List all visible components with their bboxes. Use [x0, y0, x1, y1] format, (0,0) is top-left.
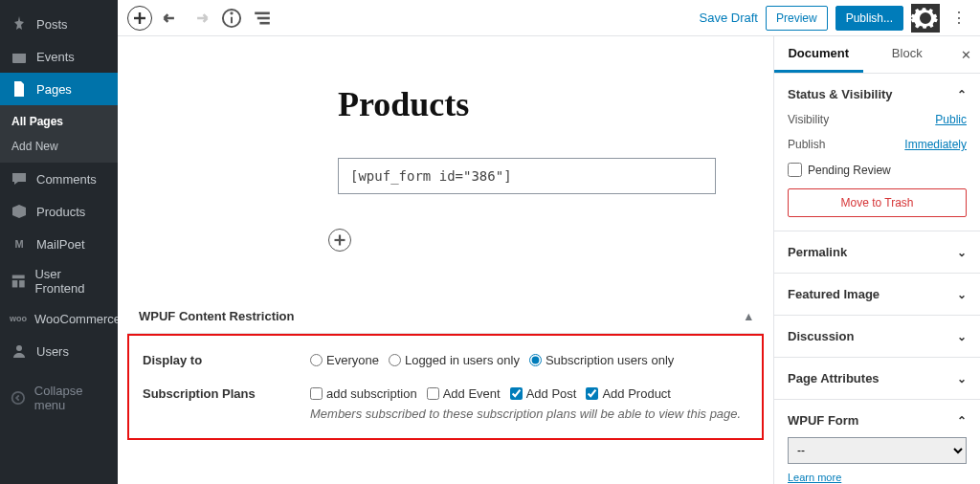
- wpuf-form-select[interactable]: --: [788, 437, 967, 464]
- admin-sidebar: Posts Events Pages All Pages Add New Com…: [0, 0, 118, 484]
- check-add-product[interactable]: Add Product: [586, 386, 671, 401]
- sidebar-item-label: MailPoet: [36, 237, 85, 252]
- tab-document[interactable]: Document: [774, 36, 863, 73]
- section-status: Status & Visibility ⌃ Visibility Public …: [774, 74, 980, 231]
- save-draft-button[interactable]: Save Draft: [700, 11, 758, 25]
- sidebar-item-label: Pages: [36, 82, 72, 97]
- section-status-toggle[interactable]: Status & Visibility ⌃: [788, 87, 967, 101]
- pending-review-checkbox[interactable]: [788, 163, 802, 177]
- metabox-title: WPUF Content Restriction: [139, 309, 295, 323]
- metabox-header[interactable]: WPUF Content Restriction ▴: [127, 299, 764, 334]
- close-icon[interactable]: ✕: [951, 36, 980, 73]
- user-icon: [10, 341, 29, 361]
- move-to-trash-button[interactable]: Move to Trash: [788, 188, 967, 217]
- svg-rect-3: [12, 280, 18, 287]
- svg-point-6: [12, 392, 24, 404]
- section-wpuf-form: WPUF Form⌃ -- Learn more: [774, 400, 980, 484]
- chevron-down-icon: ⌄: [957, 330, 967, 343]
- learn-more-link[interactable]: Learn more: [788, 472, 967, 483]
- wpuf-restriction-metabox: WPUF Content Restriction ▴ Display to Ev…: [127, 299, 764, 440]
- sidebar-submenu: All Pages Add New: [0, 105, 118, 163]
- svg-rect-1: [12, 51, 26, 54]
- comment-icon: [10, 169, 29, 188]
- redo-button: [189, 6, 213, 31]
- collapse-icon: [10, 388, 27, 407]
- settings-panel: Document Block ✕ Status & Visibility ⌃ V…: [773, 36, 980, 484]
- svg-point-11: [231, 12, 232, 13]
- svg-point-5: [16, 345, 22, 351]
- check-add-post[interactable]: Add Post: [510, 386, 577, 401]
- sidebar-item-label: WooCommerce: [34, 312, 118, 326]
- svg-rect-4: [19, 280, 25, 287]
- collapse-label: Collapse menu: [34, 384, 108, 412]
- radio-subscription[interactable]: Subscription users only: [529, 353, 674, 367]
- subscription-plans-label: Subscription Plans: [143, 386, 310, 401]
- publish-value[interactable]: Immediately: [904, 138, 967, 151]
- pending-review-label: Pending Review: [808, 164, 891, 177]
- layout-icon: [10, 272, 27, 291]
- settings-tabs: Document Block ✕: [774, 36, 980, 74]
- sidebar-collapse[interactable]: Collapse menu: [0, 377, 118, 419]
- section-page-attributes[interactable]: Page Attributes⌄: [774, 358, 980, 400]
- editor-canvas: Products [wpuf_form id="386"] WPUF Conte…: [118, 36, 773, 484]
- info-button[interactable]: [219, 6, 244, 31]
- chevron-up-icon: ⌃: [957, 414, 967, 428]
- sidebar-item-label: Comments: [36, 172, 97, 187]
- sidebar-item-user-frontend[interactable]: User Frontend: [0, 260, 118, 302]
- chevron-up-icon: ⌃: [957, 88, 967, 101]
- chevron-down-icon: ⌄: [957, 372, 967, 385]
- sidebar-item-pages[interactable]: Pages: [0, 73, 118, 105]
- visibility-value[interactable]: Public: [935, 113, 967, 126]
- sidebar-item-posts[interactable]: Posts: [0, 8, 118, 40]
- sidebar-item-mailpoet[interactable]: M MailPoet: [0, 228, 118, 260]
- calendar-icon: [10, 47, 29, 66]
- sidebar-item-label: Posts: [36, 17, 68, 32]
- visibility-label: Visibility: [788, 113, 829, 126]
- box-icon: [10, 202, 29, 221]
- sidebar-sub-all-pages[interactable]: All Pages: [0, 109, 118, 134]
- publish-button[interactable]: Publish...: [835, 6, 903, 31]
- radio-logged-in[interactable]: Logged in users only: [389, 353, 520, 367]
- section-wpuf-toggle[interactable]: WPUF Form⌃: [788, 413, 967, 428]
- m-icon: M: [10, 234, 29, 253]
- sidebar-item-comments[interactable]: Comments: [0, 163, 118, 195]
- chevron-down-icon: ⌄: [957, 288, 967, 301]
- add-block-button[interactable]: [127, 6, 152, 31]
- sidebar-item-label: Products: [36, 205, 85, 219]
- section-featured-image[interactable]: Featured Image⌄: [774, 274, 980, 316]
- settings-button[interactable]: [911, 4, 940, 33]
- sidebar-item-users[interactable]: Users: [0, 335, 118, 367]
- radio-everyone[interactable]: Everyone: [310, 353, 379, 367]
- sidebar-item-products[interactable]: Products: [0, 195, 118, 228]
- tab-block[interactable]: Block: [863, 36, 952, 73]
- sidebar-item-label: Events: [36, 50, 75, 64]
- editor-topbar: Save Draft Preview Publish... ⋮: [118, 0, 980, 36]
- page-title[interactable]: Products: [338, 84, 716, 124]
- woo-icon: woo: [10, 309, 27, 328]
- more-menu-button[interactable]: ⋮: [947, 9, 970, 27]
- preview-button[interactable]: Preview: [766, 6, 828, 31]
- pin-icon: [10, 14, 29, 33]
- sidebar-item-label: Users: [36, 344, 69, 359]
- add-block-inline[interactable]: [328, 229, 351, 252]
- plans-help-text: Members subscribed to these subscription…: [310, 407, 748, 421]
- check-add-event[interactable]: Add Event: [427, 386, 501, 401]
- section-discussion[interactable]: Discussion⌄: [774, 316, 980, 358]
- display-to-label: Display to: [143, 353, 310, 367]
- sidebar-item-woocommerce[interactable]: woo WooCommerce: [0, 302, 118, 335]
- page-icon: [10, 79, 29, 99]
- section-permalink[interactable]: Permalink⌄: [774, 231, 980, 274]
- check-add-subscription[interactable]: add subscription: [310, 386, 417, 401]
- sidebar-sub-add-new[interactable]: Add New: [0, 134, 118, 159]
- undo-button[interactable]: [158, 6, 183, 31]
- chevron-up-icon: ▴: [746, 309, 752, 323]
- svg-rect-2: [12, 275, 25, 279]
- sidebar-item-events[interactable]: Events: [0, 40, 118, 73]
- chevron-down-icon: ⌄: [957, 246, 967, 259]
- outline-button[interactable]: [250, 6, 275, 31]
- shortcode-block[interactable]: [wpuf_form id="386"]: [338, 158, 716, 194]
- sidebar-item-label: User Frontend: [34, 267, 108, 296]
- publish-label: Publish: [788, 138, 825, 151]
